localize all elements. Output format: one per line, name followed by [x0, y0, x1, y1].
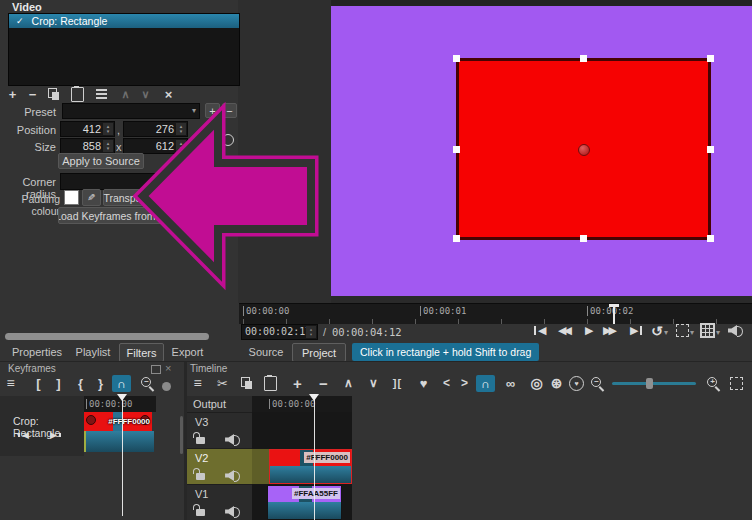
paste-filter-button[interactable] — [69, 86, 86, 102]
move-filter-down-button[interactable]: ∨ — [137, 86, 154, 102]
volume-button[interactable] — [728, 323, 743, 338]
track-head-v2-selected[interactable]: V2 — [187, 449, 252, 485]
seek-prev-keyframe-button[interactable]: ◀ — [22, 430, 29, 440]
apply-to-source-button[interactable]: Apply to Source — [58, 153, 144, 169]
loop-caret[interactable]: ▾ — [664, 328, 668, 337]
play-button[interactable]: ▶ — [585, 323, 593, 338]
position-keyframes-icon[interactable] — [206, 121, 218, 133]
crop-handle-bottom-left[interactable] — [453, 235, 460, 242]
tab-source[interactable]: Source — [243, 343, 289, 360]
grid-caret[interactable]: ▾ — [716, 328, 720, 337]
loop-button[interactable]: ↺ — [651, 323, 663, 338]
zoom-slider-handle[interactable] — [646, 378, 653, 389]
skip-to-start-button[interactable]: ◀ — [538, 323, 546, 338]
colour-picker-button[interactable]: ✎ — [82, 189, 101, 206]
player-timeline-ruler[interactable]: 00:00:00 00:00:01 00:00:02 — [239, 303, 752, 324]
timeline-ruler[interactable]: 00:00:00 — [252, 396, 352, 412]
clip-v1-purple[interactable]: #FFAA55FF — [267, 485, 342, 520]
size-keyframes-icon[interactable] — [222, 134, 234, 146]
marker-button[interactable]: ♥ — [415, 375, 432, 391]
size-h-spinbox[interactable]: 612 ▴▾ — [123, 138, 188, 154]
prev-marker-button[interactable]: < — [438, 375, 455, 391]
keyframe-marker-start[interactable] — [86, 415, 96, 425]
timeline-menu-button[interactable]: ≡ — [189, 375, 206, 391]
crop-handle-top-center[interactable] — [580, 55, 587, 62]
mute-icon[interactable] — [225, 434, 240, 445]
splitter-handle[interactable]: ····· — [507, 348, 527, 358]
keyframes-clip[interactable]: #FFFF0000 — [84, 412, 152, 452]
keyframes-clip-bar[interactable] — [84, 431, 154, 452]
keyframes-zoom-slider[interactable] — [162, 382, 171, 391]
rewind-button[interactable]: ◀◀ — [558, 323, 569, 338]
copy-filter-button[interactable] — [45, 86, 62, 102]
lift-button[interactable]: ∧ — [340, 375, 357, 391]
ripple-markers-button[interactable]: ♥ — [568, 375, 585, 391]
set-first-keyframe-button[interactable]: { — [72, 375, 89, 391]
seek-next-keyframe-button[interactable]: ▶ — [50, 430, 57, 440]
timeline-zoom-fit-button[interactable] — [730, 377, 743, 392]
deselect-filter-button[interactable]: × — [160, 86, 177, 102]
crop-center-handle[interactable] — [578, 144, 590, 156]
timeline-copy-button[interactable] — [238, 375, 255, 391]
tab-project[interactable]: Project — [292, 343, 346, 362]
preset-combobox[interactable]: ▾ — [62, 103, 200, 119]
overwrite-button[interactable]: ∨ — [365, 375, 382, 391]
delete-preset-button[interactable]: − — [222, 103, 237, 118]
move-filter-up-button[interactable]: ∧ — [117, 86, 134, 102]
save-preset-button[interactable]: + — [205, 103, 220, 118]
spinner-arrows[interactable]: ▴▾ — [103, 123, 113, 135]
spinner-arrows[interactable]: ▴▾ — [176, 123, 186, 135]
timeline-snap-button[interactable]: ∩ — [476, 375, 495, 392]
crop-handle-mid-left[interactable] — [453, 146, 460, 153]
ripple-all-tracks-button[interactable]: ⊛ — [548, 375, 565, 391]
output-track-head[interactable]: Output — [187, 396, 252, 413]
set-filter-end-button[interactable]: ] — [50, 375, 67, 391]
timeline-paste-button[interactable] — [262, 375, 279, 391]
keyframes-playhead-line[interactable] — [122, 394, 123, 516]
ripple-delete-button[interactable]: − — [315, 375, 332, 391]
transparent-button[interactable]: Transparent — [103, 189, 160, 206]
spinner-arrows[interactable]: ▴▾ — [103, 140, 113, 152]
keyframes-snap-button[interactable]: ∩ — [112, 375, 131, 392]
remove-filter-button[interactable]: − — [24, 86, 41, 102]
save-filter-set-button[interactable] — [93, 86, 110, 102]
float-panel-icon[interactable] — [151, 365, 161, 374]
lock-icon[interactable] — [196, 437, 205, 444]
tab-filters[interactable]: Filters — [119, 343, 164, 362]
fast-forward-button[interactable]: ▶▶ — [603, 323, 614, 338]
track-head-v3[interactable]: V3 — [187, 413, 252, 449]
tab-properties[interactable]: Properties — [8, 343, 66, 360]
video-preview[interactable] — [331, 6, 752, 296]
next-marker-button[interactable]: > — [456, 375, 473, 391]
track-v3-lane[interactable] — [252, 413, 352, 448]
grid-button[interactable] — [700, 323, 715, 338]
zoom-fit-caret[interactable]: ▾ — [690, 328, 694, 337]
scrub-while-dragging-button[interactable]: ∞ — [502, 375, 519, 391]
size-w-spinbox[interactable]: 858 ▴▾ — [60, 138, 115, 154]
close-panel-icon[interactable]: × — [165, 362, 171, 374]
horizontal-scrollbar[interactable] — [5, 333, 209, 340]
clip-v2-red[interactable]: #FFFF0000 — [269, 449, 352, 484]
ripple-button[interactable]: ◎ — [528, 375, 545, 391]
timeline-tracks-area[interactable]: 00:00:00 #FFFF0000 #FFAA55FF — [252, 396, 352, 520]
cut-button[interactable]: ✂ — [214, 375, 231, 391]
set-filter-start-button[interactable]: [ — [30, 375, 47, 391]
zoom-fit-button[interactable] — [676, 323, 689, 338]
position-y-spinbox[interactable]: 276 ▴▾ — [123, 121, 188, 137]
lock-icon[interactable] — [196, 473, 205, 480]
keyframes-vertical-scrollbar[interactable] — [180, 416, 183, 454]
tab-export[interactable]: Export — [165, 343, 210, 360]
split-button[interactable]: ][ — [389, 375, 406, 391]
player-playhead[interactable] — [609, 304, 619, 324]
set-last-keyframe-button[interactable]: } — [92, 375, 109, 391]
keyframes-color-track[interactable]: #FFFF0000 — [84, 412, 152, 431]
timeline-zoom-out-button[interactable]: − — [590, 376, 605, 393]
corner-radius-field[interactable] — [60, 173, 208, 190]
crop-handle-top-left[interactable] — [453, 55, 460, 62]
filter-checkbox[interactable]: ✓ — [16, 16, 24, 26]
crop-handle-bottom-center[interactable] — [580, 235, 587, 242]
keyframes-menu-button[interactable]: ≡ — [2, 375, 19, 391]
crop-handle-mid-right[interactable] — [707, 146, 714, 153]
mute-icon[interactable] — [225, 506, 240, 517]
spinner-arrows[interactable]: ▴▾ — [176, 140, 186, 152]
